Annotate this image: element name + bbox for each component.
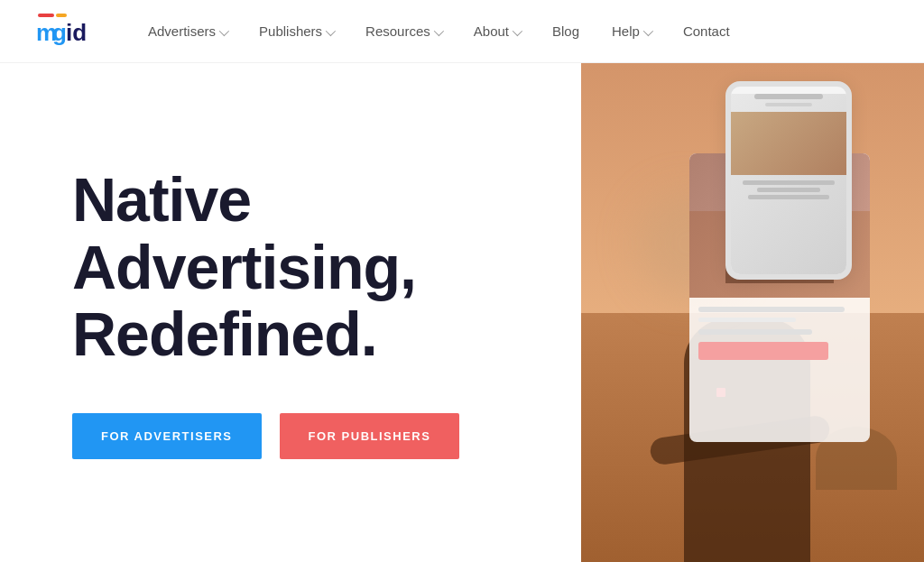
nav-item-publishers[interactable]: Publishers	[243, 0, 349, 63]
chevron-down-icon-about	[513, 25, 522, 35]
svg-rect-4	[56, 14, 67, 17]
for-advertisers-button[interactable]: FOR ADVERTISERS	[72, 413, 262, 459]
svg-text:id: id	[66, 19, 87, 46]
hero-content: Native Advertising, Redefined. FOR ADVER…	[0, 166, 459, 459]
nav-label-contact: Contact	[683, 23, 730, 39]
chevron-down-icon-publishers	[326, 25, 336, 35]
nav-item-help[interactable]: Help	[596, 0, 667, 63]
nav-item-resources[interactable]: Resources	[349, 0, 457, 63]
logo[interactable]: m g id	[36, 14, 87, 50]
main-nav: Advertisers Publishers Resources About B…	[132, 0, 746, 63]
nav-label-resources: Resources	[365, 23, 430, 39]
hero-section: Native Advertising, Redefined. FOR ADVER…	[0, 63, 924, 562]
hero-buttons: FOR ADVERTISERS FOR PUBLISHERS	[72, 413, 459, 459]
nav-label-about: About	[474, 23, 509, 39]
nav-label-publishers: Publishers	[259, 23, 322, 39]
svg-text:g: g	[52, 19, 67, 46]
phone-mockup	[725, 81, 852, 280]
nav-label-advertisers: Advertisers	[148, 23, 216, 39]
nav-item-advertisers[interactable]: Advertisers	[132, 0, 243, 63]
nav-label-help: Help	[612, 23, 640, 39]
nav-item-contact[interactable]: Contact	[667, 0, 746, 63]
nav-item-about[interactable]: About	[457, 0, 536, 63]
svg-rect-3	[38, 14, 54, 17]
nav-item-blog[interactable]: Blog	[536, 0, 596, 63]
hero-title: Native Advertising, Redefined.	[72, 166, 459, 368]
chevron-down-icon-help	[643, 25, 653, 35]
nav-label-blog: Blog	[552, 23, 579, 39]
for-publishers-button[interactable]: FOR PUBLISHERS	[280, 413, 460, 459]
chevron-down-icon-resources	[434, 25, 444, 35]
chevron-down-icon-advertisers	[219, 25, 229, 35]
header: m g id Advertisers Publishers Resources …	[0, 0, 924, 63]
